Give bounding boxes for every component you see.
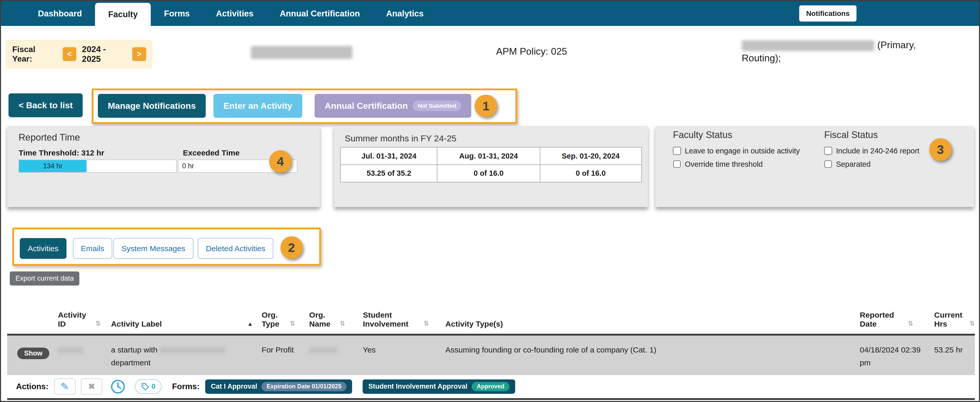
reported-time-value: 134 hr bbox=[43, 162, 63, 170]
leave-outside-activity-label: Leave to engage in outside activity bbox=[685, 147, 800, 155]
annotation-callout-2: 2 bbox=[280, 236, 303, 259]
exceeded-time-value: 0 hr bbox=[182, 162, 194, 170]
reported-time-title: Reported Time bbox=[19, 132, 80, 143]
summer-val-sep: 0 of 16.0 bbox=[540, 165, 641, 182]
nav-item-activities[interactable]: Activities bbox=[203, 1, 267, 26]
tab-system-messages[interactable]: System Messages bbox=[113, 238, 193, 259]
history-button[interactable] bbox=[110, 378, 126, 394]
header-activity-types[interactable]: Activity Type(s) bbox=[445, 294, 860, 334]
tags-button[interactable]: 0 bbox=[135, 379, 162, 394]
header-reported-date-label: Reported Date bbox=[860, 310, 905, 328]
tag-icon bbox=[141, 383, 149, 391]
header-student-involvement[interactable]: Student Involvement ⇅ bbox=[363, 294, 445, 334]
tab-emails[interactable]: Emails bbox=[73, 238, 113, 259]
header-current-hrs-label: Current Hrs bbox=[934, 310, 966, 328]
fiscal-year-prev-button[interactable]: < bbox=[63, 47, 76, 61]
back-to-list-button[interactable]: < Back to list bbox=[8, 93, 83, 117]
header-current-hrs[interactable]: Current Hrs ⇅ bbox=[934, 294, 975, 334]
row-activity-label: a startup with department bbox=[111, 336, 262, 375]
fiscal-year-label: Fiscal Year: bbox=[12, 44, 57, 63]
sort-icon: ⇅ bbox=[290, 319, 295, 328]
page-header: Fiscal Year: < 2024 - 2025 > APM Policy:… bbox=[1, 26, 979, 86]
header-org-name-label: Org. Name bbox=[309, 310, 337, 328]
manage-notifications-button[interactable]: Manage Notifications bbox=[98, 94, 206, 117]
row-actions-bar: Actions: ✎ ✖ 0 Forms: bbox=[7, 375, 975, 400]
actions-label: Actions: bbox=[16, 382, 49, 391]
nav-item-forms[interactable]: Forms bbox=[151, 1, 203, 26]
override-threshold-option: Override time threshold bbox=[673, 160, 800, 169]
include-240-246-label: Include in 240-246 report bbox=[836, 147, 920, 155]
activities-table-header: Activity ID ⇅ Activity Label ▲ Org. Type… bbox=[7, 294, 975, 336]
tab-activities[interactable]: Activities bbox=[20, 238, 67, 259]
student-involvement-approval-form-badge[interactable]: Student Involvement Approval Approved bbox=[363, 380, 515, 394]
notifications-button[interactable]: Notifications bbox=[799, 5, 856, 22]
reported-time-panel: Reported Time Time Threshold: 312 hr Exc… bbox=[7, 126, 320, 207]
row-activity-id bbox=[58, 336, 111, 375]
row-activity-types: Assuming founding or co-founding role of… bbox=[445, 336, 860, 375]
header-org-type[interactable]: Org. Type ⇅ bbox=[262, 294, 309, 334]
action-buttons-row: < Back to list Manage Notifications Ente… bbox=[1, 86, 979, 126]
department-redacted bbox=[742, 40, 874, 51]
faculty-status-column: Faculty Status Leave to engage in outsid… bbox=[673, 130, 800, 169]
sort-ascending-icon: ▲ bbox=[247, 320, 253, 328]
header-student-involvement-label: Student Involvement bbox=[363, 310, 420, 328]
fiscal-year-value: 2024 - 2025 bbox=[82, 44, 127, 64]
exceeded-time-label: Exceeded Time bbox=[183, 148, 240, 157]
override-threshold-label: Override time threshold bbox=[685, 160, 762, 169]
header-org-name[interactable]: Org. Name ⇅ bbox=[309, 294, 363, 334]
header-activity-id[interactable]: Activity ID ⇅ bbox=[58, 294, 111, 334]
annotation-callout-4: 4 bbox=[269, 150, 292, 173]
status-panel: Faculty Status Leave to engage in outsid… bbox=[655, 126, 974, 207]
activities-table: Activity ID ⇅ Activity Label ▲ Org. Type… bbox=[7, 294, 975, 400]
summer-months-panel: Summer months in FY 24-25 Jul. 01-31, 20… bbox=[334, 126, 648, 207]
activity-label-suffix: department bbox=[111, 358, 151, 367]
annotation-callout-1: 1 bbox=[474, 95, 497, 117]
fiscal-status-title: Fiscal Status bbox=[824, 130, 920, 140]
nav-item-faculty[interactable]: Faculty bbox=[95, 3, 151, 26]
header-activity-label[interactable]: Activity Label ▲ bbox=[111, 294, 262, 334]
activity-label-redacted bbox=[160, 347, 226, 354]
enter-activity-button[interactable]: Enter an Activity bbox=[213, 94, 302, 117]
edit-activity-button[interactable]: ✎ bbox=[54, 378, 75, 394]
override-threshold-checkbox[interactable] bbox=[673, 160, 681, 169]
faculty-name-redacted bbox=[251, 46, 352, 59]
show-details-button[interactable]: Show bbox=[17, 348, 49, 359]
nav-item-dashboard[interactable]: Dashboard bbox=[25, 1, 95, 26]
nav-item-analytics[interactable]: Analytics bbox=[373, 1, 437, 26]
tab-deleted-activities[interactable]: Deleted Activities bbox=[198, 238, 273, 259]
not-submitted-badge: Not Submitted bbox=[413, 101, 461, 111]
separated-checkbox[interactable] bbox=[824, 160, 832, 169]
top-nav: Dashboard Faculty Forms Activities Annua… bbox=[1, 1, 979, 26]
affiliation-text: (Primary, Routing); bbox=[742, 38, 949, 65]
faculty-status-title: Faculty Status bbox=[673, 130, 800, 140]
clock-icon bbox=[110, 379, 125, 394]
row-org-type: For Profit bbox=[262, 336, 309, 375]
row-current-hrs: 53.25 hr bbox=[934, 336, 975, 375]
info-panels: Reported Time Time Threshold: 312 hr Exc… bbox=[1, 126, 979, 214]
annual-certification-button[interactable]: Annual Certification Not Submitted bbox=[315, 94, 471, 117]
sort-icon: ⇅ bbox=[969, 319, 975, 328]
export-current-data-button[interactable]: Export current data bbox=[10, 271, 80, 285]
activity-id-redacted bbox=[58, 347, 83, 354]
fiscal-year-next-button[interactable]: > bbox=[132, 47, 146, 61]
delete-icon: ✖ bbox=[88, 382, 95, 391]
sort-icon: ⇅ bbox=[340, 319, 345, 328]
row-reported-date: 04/18/2024 02:39 pm bbox=[860, 336, 934, 375]
apm-policy-text: APM Policy: 025 bbox=[496, 46, 567, 57]
nav-item-annual-certification[interactable]: Annual Certification bbox=[267, 1, 373, 26]
fiscal-status-column: Fiscal Status Include in 240-246 report … bbox=[824, 130, 920, 169]
cat1-approval-form-badge[interactable]: Cat I Approval Expiration Date 01/01/202… bbox=[205, 380, 352, 394]
edit-icon: ✎ bbox=[60, 381, 69, 392]
header-reported-date[interactable]: Reported Date ⇅ bbox=[860, 294, 934, 334]
summer-months-table: Jul. 01-31, 2024 Aug. 01-31, 2024 Sep. 0… bbox=[340, 147, 641, 182]
delete-activity-button[interactable]: ✖ bbox=[81, 378, 102, 394]
annotation-callout-3: 3 bbox=[929, 138, 952, 161]
annual-certification-label: Annual Certification bbox=[325, 101, 408, 111]
include-240-246-checkbox[interactable] bbox=[824, 147, 832, 155]
reported-time-progressbar: 134 hr bbox=[19, 160, 177, 173]
row-show-cell: Show bbox=[7, 336, 58, 375]
leave-outside-activity-checkbox[interactable] bbox=[673, 147, 681, 155]
show-column-header bbox=[7, 294, 58, 334]
summer-col-sep: Sep. 01-20, 2024 bbox=[540, 147, 641, 165]
row-student-involvement: Yes bbox=[363, 336, 445, 375]
